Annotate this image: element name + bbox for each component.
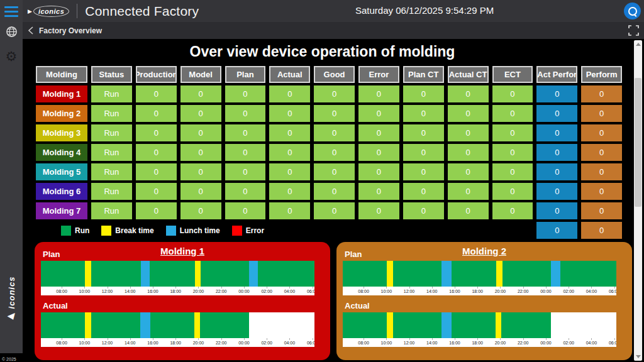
search-button[interactable] (624, 3, 641, 19)
molding-row-label[interactable]: Molding 6 (36, 183, 87, 200)
column-header: Plan (225, 66, 266, 83)
page-title: Over view device operation of molding (23, 39, 622, 60)
segment-run (258, 261, 314, 287)
segment-lunch (140, 312, 150, 338)
timeline-chart-actual: 08:0010:0012:0014:0016:0018:0020:0022:00… (343, 312, 616, 347)
tick-mark (455, 338, 455, 340)
main-content: Over view device operation of molding Mo… (23, 39, 644, 362)
tick-mark (432, 338, 433, 340)
tick-mark (546, 338, 547, 340)
molding-row-label[interactable]: Molding 7 (36, 202, 87, 219)
fullscreen-icon[interactable] (628, 25, 639, 36)
time-tick-label: 00:00 (540, 289, 552, 293)
time-axis: 08:0010:0012:0014:0016:0018:0020:0022:00… (343, 287, 616, 295)
time-tick-label: 14:00 (426, 341, 438, 345)
value-cell: 0 (492, 85, 533, 102)
app-title: Connected Factory (85, 4, 199, 19)
value-cell: 0 (269, 85, 310, 102)
time-tick-label: 12:00 (404, 341, 415, 345)
time-tick-label: 12:00 (102, 341, 113, 345)
column-header: Model (180, 66, 221, 83)
segment-run (502, 261, 550, 287)
scroll-up-icon[interactable] (636, 43, 641, 46)
molding-row-label[interactable]: Molding 2 (36, 105, 87, 122)
segment-run (393, 312, 441, 338)
molding-row-label[interactable]: Molding 4 (36, 144, 87, 161)
value-cell: 0 (448, 124, 489, 141)
tick-mark (62, 338, 62, 340)
globe-icon[interactable] (5, 25, 18, 38)
molding-row-label[interactable]: Molding 5 (36, 163, 87, 180)
tick-mark (221, 287, 222, 288)
value-cell: 0 (180, 144, 221, 161)
total-act-perfor-cell: 0 (536, 222, 577, 239)
time-tick-label: 12:00 (102, 289, 113, 293)
segment-run (91, 312, 140, 338)
value-cell: 0 (314, 105, 355, 122)
scroll-down-icon[interactable] (636, 355, 641, 358)
value-cell: 0 (448, 202, 489, 219)
column-header: Actual CT (448, 66, 489, 83)
column-header: ECT (492, 66, 533, 83)
perform-cell: 0 (581, 105, 622, 122)
value-cell: 0 (448, 144, 489, 161)
value-cell: 0 (180, 183, 221, 200)
tick-mark (130, 338, 131, 340)
time-tick-label: 22:00 (518, 289, 529, 293)
tick-mark (84, 287, 85, 288)
column-header: Molding (36, 66, 87, 83)
value-cell: 0 (448, 105, 489, 122)
timeline-band (343, 312, 616, 338)
hamburger-menu-icon[interactable] (4, 6, 18, 17)
value-cell: 0 (269, 124, 310, 141)
value-cell: 0 (225, 144, 266, 161)
legend-label: Lunch time (180, 226, 220, 235)
segment-lunch (551, 261, 560, 287)
time-tick-label: 20:00 (495, 341, 506, 345)
segment-idle (551, 312, 616, 338)
segment-run (501, 312, 551, 338)
time-tick-label: 10:00 (381, 289, 392, 293)
segment-break (85, 312, 91, 338)
tick-mark (409, 338, 410, 340)
timeline-band (41, 312, 314, 338)
segment-break (496, 312, 502, 338)
time-tick-label: 12:00 (404, 289, 415, 293)
segment-run (41, 261, 85, 287)
segment-run (200, 312, 248, 338)
connected-factory-app: ⚙ ▶ iconics © 2025 ▶ iconics Connected F… (0, 0, 644, 362)
act-perfor-cell: 0 (536, 202, 577, 219)
molding-row-label[interactable]: Molding 1 (36, 85, 87, 102)
tick-mark (591, 287, 592, 288)
act-perfor-cell: 0 (536, 183, 577, 200)
value-cell: 0 (358, 124, 399, 141)
molding-row-label[interactable]: Molding 3 (36, 124, 87, 141)
perform-cell: 0 (581, 183, 622, 200)
legend-item: Break time (101, 226, 153, 236)
tick-mark (244, 338, 245, 340)
value-cell: 0 (358, 105, 399, 122)
segment-idle (249, 312, 314, 338)
time-tick-label: 08:00 (358, 289, 369, 293)
time-tick-label: 04:00 (586, 289, 597, 293)
value-cell: 0 (403, 183, 444, 200)
segment-break (387, 312, 392, 338)
column-header: Actual (269, 66, 310, 83)
breadcrumb[interactable]: Factory Overview (39, 26, 102, 35)
vertical-scrollbar[interactable] (634, 40, 642, 361)
value-cell: 0 (358, 183, 399, 200)
value-cell: 0 (136, 85, 177, 102)
time-tick-label: 06:00 (307, 289, 314, 293)
tick-mark (175, 287, 176, 288)
title-bar: ▶ iconics Connected Factory Saturday 06/… (23, 0, 644, 22)
gear-icon[interactable]: ⚙ (5, 50, 18, 63)
time-tick-label: 16:00 (449, 289, 460, 293)
time-tick-label: 06:00 (609, 341, 616, 345)
scrollbar-thumb[interactable] (635, 78, 641, 207)
legend-swatch (61, 226, 71, 236)
perform-cell: 0 (581, 85, 622, 102)
sidebar: ⚙ ▶ iconics (0, 0, 23, 353)
act-perfor-cell: 0 (536, 163, 577, 180)
perform-cell: 0 (581, 144, 622, 161)
back-chevron-icon[interactable] (28, 26, 35, 35)
